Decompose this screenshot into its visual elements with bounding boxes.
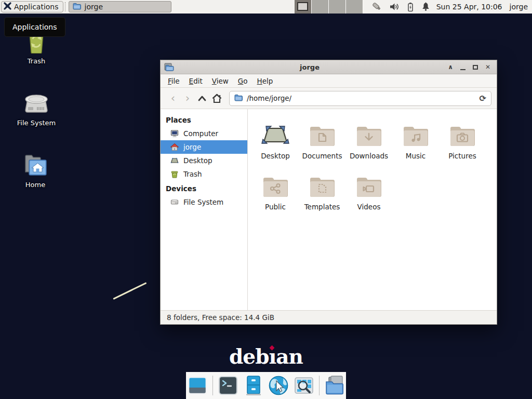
file-item-downloads[interactable]: Downloads [345, 117, 392, 168]
location-bar[interactable]: /home/jorge/ ⟳ [229, 91, 491, 106]
file-manager-icon[interactable] [242, 374, 265, 397]
xfce-logo-icon [4, 2, 11, 11]
debian-text-post: an [276, 344, 303, 368]
applications-menu-button[interactable]: Applications [1, 1, 63, 12]
workspace-switcher [295, 0, 363, 14]
desktop-icon-label: File System [11, 119, 61, 127]
dock-separator [212, 376, 213, 395]
location-path[interactable]: /home/jorge/ [247, 94, 475, 102]
shade-button[interactable]: ∧ [445, 62, 456, 72]
documents-folder-icon [309, 117, 336, 148]
music-folder-icon [402, 117, 429, 148]
trash-icon [170, 170, 179, 178]
home-icon [170, 143, 179, 151]
file-item-pictures[interactable]: Pictures [439, 117, 486, 168]
back-button[interactable]: ‹ [166, 91, 180, 105]
menu-go[interactable]: Go [233, 75, 252, 87]
folder-window-icon [73, 3, 81, 11]
terminal-icon[interactable] [217, 374, 240, 397]
up-button[interactable] [195, 91, 209, 105]
home-folder-dock-icon[interactable] [323, 374, 346, 397]
taskbar-window-button[interactable]: jorge [69, 1, 171, 12]
sidebar-item-label: Computer [183, 129, 218, 138]
hard-drive-icon [11, 89, 61, 115]
workspace-4[interactable] [346, 0, 363, 14]
menu-view[interactable]: View [207, 75, 233, 87]
file-item-documents[interactable]: Documents [299, 117, 345, 168]
home-folder-icon [10, 151, 60, 177]
sidebar-item-label: jorge [183, 143, 201, 151]
pictures-folder-icon [449, 117, 476, 148]
desktop-icon-home[interactable]: Home [10, 151, 60, 189]
forward-button[interactable]: › [180, 91, 195, 105]
path-folder-icon [234, 94, 243, 103]
sidebar-item-label: File System [183, 198, 223, 206]
desktop-icon-file-system[interactable]: File System [11, 89, 61, 127]
removable-device-icon[interactable] [371, 2, 383, 12]
top-panel: Applications jorge Sun 25 Apr, 10:06 jor… [0, 0, 532, 14]
drive-icon [170, 198, 179, 206]
menubar: File Edit View Go Help [161, 74, 497, 88]
file-manager-window: jorge ∧ ✕ File Edit View Go Help ‹ › /ho… [160, 60, 497, 325]
dock-separator [319, 376, 320, 395]
show-desktop-icon[interactable] [186, 374, 209, 397]
file-item-label: Public [265, 203, 286, 211]
applications-tooltip: Applications [4, 17, 65, 37]
statusbar: 8 folders, Free space: 14.4 GiB [161, 310, 497, 324]
downloads-folder-icon [355, 117, 382, 148]
toolbar: ‹ › /home/jorge/ ⟳ [161, 88, 497, 109]
titlebar[interactable]: jorge ∧ ✕ [161, 60, 497, 74]
battery-charging-icon[interactable] [406, 2, 415, 12]
file-item-public[interactable]: Public [252, 168, 299, 219]
minimize-button[interactable] [458, 62, 468, 72]
file-icon-view[interactable]: Desktop Documents [248, 109, 497, 310]
sidebar-item-trash[interactable]: Trash [161, 167, 247, 181]
close-button[interactable]: ✕ [483, 62, 493, 72]
computer-icon [170, 129, 179, 138]
debian-text-pre: deb [229, 344, 269, 368]
sidebar-header-devices: Devices [161, 181, 247, 195]
panel-clock[interactable]: Sun 25 Apr, 10:06 [436, 3, 502, 11]
sidebar: Places Computer jorge Desktop Trash Devi… [161, 109, 248, 310]
sidebar-item-computer[interactable]: Computer [161, 127, 247, 140]
menu-help[interactable]: Help [252, 75, 278, 87]
file-item-templates[interactable]: Templates [299, 168, 345, 219]
file-item-music[interactable]: Music [392, 117, 439, 168]
applications-menu-label: Applications [14, 3, 59, 11]
file-item-desktop[interactable]: Desktop [252, 117, 299, 168]
file-item-label: Videos [357, 203, 381, 211]
window-folder-icon [164, 63, 174, 72]
volume-icon[interactable] [390, 2, 400, 11]
notifications-bell-icon[interactable] [421, 2, 430, 11]
window-title: jorge [174, 63, 445, 71]
workspace-1[interactable] [295, 0, 312, 14]
workspace-window-preview [297, 2, 308, 11]
sidebar-item-desktop[interactable]: Desktop [161, 154, 247, 167]
file-item-label: Desktop [261, 152, 290, 160]
dock-panel [186, 372, 346, 399]
desktop-icon [170, 156, 179, 165]
menu-file[interactable]: File [163, 75, 184, 87]
sidebar-item-jorge[interactable]: jorge [161, 140, 247, 154]
videos-folder-icon [355, 168, 382, 198]
maximize-button[interactable] [470, 62, 481, 72]
file-item-videos[interactable]: Videos [345, 168, 392, 219]
file-item-label: Downloads [350, 152, 388, 160]
workspace-3[interactable] [329, 0, 346, 14]
file-item-label: Pictures [448, 152, 476, 160]
taskbar-window-label: jorge [85, 3, 103, 11]
application-finder-icon[interactable] [292, 374, 315, 397]
menu-edit[interactable]: Edit [184, 75, 207, 87]
workspace-2[interactable] [312, 0, 329, 14]
reload-icon[interactable]: ⟳ [480, 94, 486, 103]
templates-folder-icon [309, 168, 336, 198]
desktop-icon-label: Home [10, 181, 60, 189]
sidebar-item-file-system[interactable]: File System [161, 195, 247, 209]
debian-wordmark: debıan [0, 344, 532, 368]
stray-line-artifact [113, 282, 147, 300]
web-browser-icon[interactable] [268, 374, 290, 397]
panel-handle [65, 2, 67, 11]
file-item-label: Music [406, 152, 425, 160]
home-button[interactable] [209, 91, 224, 105]
file-item-label: Documents [302, 152, 342, 160]
